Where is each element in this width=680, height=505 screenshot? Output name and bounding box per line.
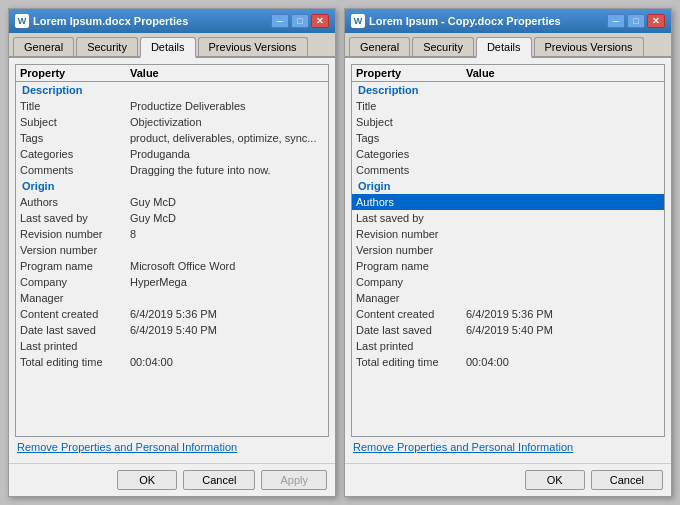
dialog-title-1: Lorem Ipsum.docx Properties (33, 15, 188, 27)
table-scroll-2[interactable]: Property Value Description Title Subject… (352, 65, 664, 436)
maximize-button-2[interactable]: □ (627, 14, 645, 28)
doc-icon-1: W (15, 14, 29, 28)
table-row[interactable]: Title Productize Deliverables (16, 98, 328, 114)
col-header-value-1: Value (130, 67, 324, 79)
close-button-1[interactable]: ✕ (311, 14, 329, 28)
table-row[interactable]: Tags (352, 130, 664, 146)
button-row-1: OK Cancel Apply (9, 463, 335, 496)
button-row-2: OK Cancel (345, 463, 671, 496)
table-row-authors-selected[interactable]: Authors (352, 194, 664, 210)
title-bar-1: W Lorem Ipsum.docx Properties ─ □ ✕ (9, 9, 335, 33)
table-row[interactable]: Content created 6/4/2019 5:36 PM (352, 306, 664, 322)
tab-security-2[interactable]: Security (412, 37, 474, 56)
table-row[interactable]: Date last saved 6/4/2019 5:40 PM (352, 322, 664, 338)
table-row[interactable]: Last saved by (352, 210, 664, 226)
table-row[interactable]: Last printed (16, 338, 328, 354)
table-row[interactable]: Company HyperMega (16, 274, 328, 290)
table-row[interactable]: Date last saved 6/4/2019 5:40 PM (16, 322, 328, 338)
table-row[interactable]: Last saved by Guy McD (16, 210, 328, 226)
tab-general-2[interactable]: General (349, 37, 410, 56)
section-origin-1: Origin (16, 178, 328, 194)
apply-button-1[interactable]: Apply (261, 470, 327, 490)
tab-previous-versions-1[interactable]: Previous Versions (198, 37, 308, 56)
title-controls-2: ─ □ ✕ (607, 14, 665, 28)
table-row[interactable]: Program name Microsoft Office Word (16, 258, 328, 274)
table-row[interactable]: Manager (352, 290, 664, 306)
dialog-2: W Lorem Ipsum - Copy.docx Properties ─ □… (344, 8, 672, 497)
dialog-title-2: Lorem Ipsum - Copy.docx Properties (369, 15, 561, 27)
table-row[interactable]: Subject (352, 114, 664, 130)
table-row[interactable]: Program name (352, 258, 664, 274)
table-row[interactable]: Total editing time 00:04:00 (16, 354, 328, 370)
table-row[interactable]: Company (352, 274, 664, 290)
col-header-property-1: Property (20, 67, 130, 79)
maximize-button-1[interactable]: □ (291, 14, 309, 28)
dialog-1: W Lorem Ipsum.docx Properties ─ □ ✕ Gene… (8, 8, 336, 497)
table-row[interactable]: Categories (352, 146, 664, 162)
table-row[interactable]: Subject Objectivization (16, 114, 328, 130)
section-origin-2: Origin (352, 178, 664, 194)
tab-previous-versions-2[interactable]: Previous Versions (534, 37, 644, 56)
col-header-property-2: Property (356, 67, 466, 79)
ok-button-2[interactable]: OK (525, 470, 585, 490)
table-row[interactable]: Authors Guy McD (16, 194, 328, 210)
property-table-1: Property Value Description Title Product… (15, 64, 329, 437)
table-row[interactable]: Revision number 8 (16, 226, 328, 242)
table-header-2: Property Value (352, 65, 664, 82)
minimize-button-2[interactable]: ─ (607, 14, 625, 28)
property-table-2: Property Value Description Title Subject… (351, 64, 665, 437)
col-header-value-2: Value (466, 67, 660, 79)
tab-bar-2: General Security Details Previous Versio… (345, 33, 671, 58)
close-button-2[interactable]: ✕ (647, 14, 665, 28)
content-1: Property Value Description Title Product… (9, 58, 335, 463)
table-row[interactable]: Version number (16, 242, 328, 258)
tab-bar-1: General Security Details Previous Versio… (9, 33, 335, 58)
title-bar-left-1: W Lorem Ipsum.docx Properties (15, 14, 188, 28)
title-controls-1: ─ □ ✕ (271, 14, 329, 28)
cancel-button-2[interactable]: Cancel (591, 470, 663, 490)
tab-details-1[interactable]: Details (140, 37, 196, 58)
section-description-1: Description (16, 82, 328, 98)
title-bar-left-2: W Lorem Ipsum - Copy.docx Properties (351, 14, 561, 28)
remove-properties-link-1[interactable]: Remove Properties and Personal Informati… (15, 437, 329, 457)
table-row[interactable]: Last printed (352, 338, 664, 354)
table-row[interactable]: Comments Dragging the future into now. (16, 162, 328, 178)
remove-properties-link-2[interactable]: Remove Properties and Personal Informati… (351, 437, 665, 457)
table-row[interactable]: Version number (352, 242, 664, 258)
content-2: Property Value Description Title Subject… (345, 58, 671, 463)
table-row[interactable]: Manager (16, 290, 328, 306)
cancel-button-1[interactable]: Cancel (183, 470, 255, 490)
doc-icon-2: W (351, 14, 365, 28)
ok-button-1[interactable]: OK (117, 470, 177, 490)
title-bar-2: W Lorem Ipsum - Copy.docx Properties ─ □… (345, 9, 671, 33)
section-description-2: Description (352, 82, 664, 98)
tab-general-1[interactable]: General (13, 37, 74, 56)
table-row[interactable]: Comments (352, 162, 664, 178)
table-row[interactable]: Revision number (352, 226, 664, 242)
table-header-1: Property Value (16, 65, 328, 82)
minimize-button-1[interactable]: ─ (271, 14, 289, 28)
table-row[interactable]: Title (352, 98, 664, 114)
table-row[interactable]: Tags product, deliverables, optimize, sy… (16, 130, 328, 146)
table-row[interactable]: Total editing time 00:04:00 (352, 354, 664, 370)
tab-details-2[interactable]: Details (476, 37, 532, 58)
table-scroll-1[interactable]: Property Value Description Title Product… (16, 65, 328, 436)
table-row[interactable]: Content created 6/4/2019 5:36 PM (16, 306, 328, 322)
table-row[interactable]: Categories Produganda (16, 146, 328, 162)
tab-security-1[interactable]: Security (76, 37, 138, 56)
